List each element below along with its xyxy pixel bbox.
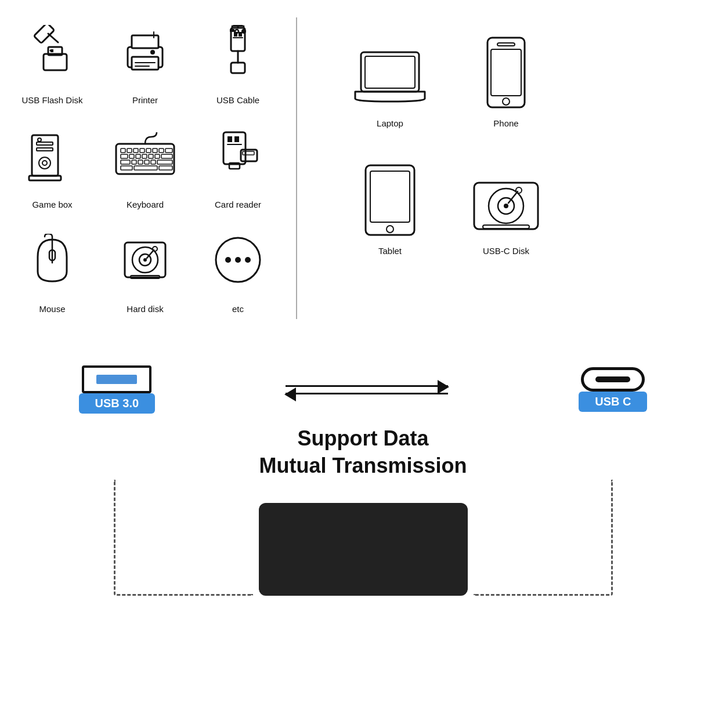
usb30-connector — [82, 365, 151, 393]
svg-rect-56 — [145, 160, 149, 164]
svg-rect-18 — [231, 63, 245, 73]
card-reader-cell: Card reader — [192, 116, 284, 220]
svg-rect-58 — [157, 160, 172, 164]
hard-disk-label: Hard disk — [127, 304, 163, 314]
tablet-icon — [361, 162, 419, 240]
svg-rect-83 — [361, 52, 419, 92]
usbc-disk-icon — [471, 174, 541, 240]
svg-rect-67 — [243, 151, 254, 155]
game-box-icon — [26, 116, 78, 195]
svg-rect-52 — [161, 154, 172, 158]
svg-rect-50 — [149, 154, 153, 158]
usbc-block: USB C — [579, 367, 647, 412]
svg-point-80 — [225, 257, 231, 263]
svg-rect-44 — [159, 149, 164, 153]
usbc-disk-label: USB-C Disk — [483, 246, 529, 256]
svg-rect-89 — [366, 165, 414, 235]
right-device-grid: Laptop Phone — [332, 12, 564, 325]
svg-point-82 — [245, 257, 251, 263]
svg-point-34 — [39, 157, 50, 169]
usbc-connector — [581, 367, 645, 392]
svg-rect-8 — [132, 35, 158, 48]
mouse-cell: Mouse — [6, 220, 99, 325]
svg-rect-59 — [121, 166, 132, 170]
svg-rect-0 — [44, 54, 67, 70]
keyboard-icon — [113, 116, 177, 195]
mouse-label: Mouse — [39, 304, 65, 314]
phone-cell: Phone — [448, 12, 564, 139]
arrows-area — [286, 385, 448, 394]
support-line2: Mutual Transmission — [259, 454, 467, 477]
laptop-label: Laptop — [377, 118, 403, 129]
laptop-icon — [352, 46, 428, 113]
tablet-label: Tablet — [378, 246, 402, 256]
usb-cable-label: USB Cable — [216, 95, 259, 106]
hard-disk-icon — [119, 220, 171, 299]
usb-cable-icon — [212, 12, 264, 90]
printer-label: Printer — [132, 95, 158, 106]
svg-rect-51 — [155, 154, 160, 158]
svg-point-95 — [504, 204, 508, 208]
svg-rect-49 — [142, 154, 147, 158]
svg-rect-87 — [491, 49, 521, 96]
device-box — [259, 503, 468, 596]
left-device-grid: USB Flash Disk Printer — [6, 12, 284, 325]
usb30-block: USB 3.0 — [79, 365, 156, 414]
svg-point-11 — [150, 50, 155, 55]
svg-rect-30 — [32, 135, 58, 176]
svg-rect-40 — [133, 149, 138, 153]
svg-rect-84 — [365, 56, 415, 88]
tablet-cell: Tablet — [332, 139, 448, 267]
top-section: USB Flash Disk Printer — [0, 0, 726, 331]
svg-point-97 — [516, 187, 522, 193]
svg-rect-86 — [497, 43, 515, 46]
laptop-cell: Laptop — [332, 12, 448, 139]
card-reader-label: Card reader — [215, 200, 261, 210]
usb-cable-cell: USB Cable — [192, 12, 284, 116]
svg-rect-43 — [153, 149, 157, 153]
svg-rect-53 — [121, 160, 130, 164]
svg-point-91 — [387, 226, 393, 233]
svg-rect-42 — [146, 149, 151, 153]
svg-rect-54 — [132, 160, 136, 164]
svg-point-77 — [153, 247, 157, 251]
bottom-section: USB 3.0 USB C Support Data Mutual Transm… — [0, 354, 726, 607]
svg-point-33 — [38, 138, 41, 142]
svg-point-81 — [235, 257, 241, 263]
svg-rect-41 — [140, 149, 145, 153]
support-text: Support Data Mutual Transmission — [259, 425, 467, 480]
game-box-cell: Game box — [6, 116, 99, 220]
svg-rect-85 — [487, 38, 525, 107]
svg-rect-64 — [234, 136, 239, 142]
phone-icon — [483, 35, 529, 113]
connector-row: USB 3.0 USB C — [79, 365, 648, 414]
hard-disk-cell: Hard disk — [99, 220, 192, 325]
mouse-icon — [32, 220, 73, 299]
svg-rect-61 — [159, 166, 172, 170]
svg-point-35 — [42, 161, 47, 165]
dotted-line-left — [114, 480, 253, 596]
usb-flash-disk-label: USB Flash Disk — [21, 95, 82, 106]
dotted-line-right — [474, 480, 613, 596]
svg-rect-27 — [230, 29, 234, 32]
svg-point-29 — [235, 30, 239, 33]
card-reader-icon — [212, 116, 264, 195]
svg-rect-46 — [121, 154, 128, 158]
etc-cell: etc — [192, 220, 284, 325]
svg-rect-15 — [239, 32, 242, 37]
usbc-disk-cell: USB-C Disk — [448, 139, 564, 267]
game-box-label: Game box — [32, 200, 72, 210]
usb-flash-disk-icon — [26, 12, 78, 90]
svg-rect-39 — [127, 149, 132, 153]
phone-label: Phone — [493, 118, 518, 129]
svg-point-88 — [503, 98, 510, 105]
svg-rect-63 — [227, 136, 232, 142]
etc-label: etc — [232, 304, 244, 314]
svg-rect-47 — [129, 154, 134, 158]
usb-flash-disk-cell: USB Flash Disk — [6, 12, 99, 116]
svg-rect-48 — [136, 154, 140, 158]
svg-point-75 — [143, 258, 147, 262]
keyboard-label: Keyboard — [127, 200, 164, 210]
svg-rect-55 — [138, 160, 143, 164]
svg-rect-3 — [50, 49, 53, 52]
